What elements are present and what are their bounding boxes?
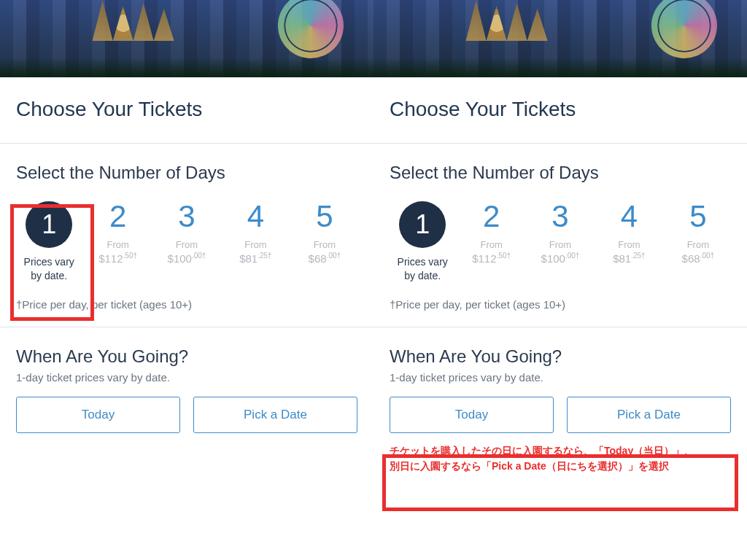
day-price: $81.25† <box>239 252 272 265</box>
day-number: 4 <box>247 201 264 232</box>
when-heading: When Are You Going? <box>390 346 731 367</box>
days-row: 1 Prices varyby date. 2 From $112.50† 3 … <box>390 199 731 285</box>
when-section: When Are You Going? 1-day ticket prices … <box>374 327 747 439</box>
day-number: 1 <box>26 201 72 248</box>
when-subtext: 1-day ticket prices vary by date. <box>390 371 731 384</box>
day-option-3[interactable]: 3 From $100.00† <box>154 199 220 267</box>
from-label: From <box>480 239 502 250</box>
day-1-note: Prices varyby date. <box>398 255 448 283</box>
day-option-3[interactable]: 3 From $100.00† <box>527 199 593 267</box>
day-number: 5 <box>689 201 706 232</box>
day-number: 2 <box>483 201 500 232</box>
day-number: 3 <box>551 201 568 232</box>
day-price: $112.50† <box>472 252 511 265</box>
from-label: From <box>314 239 336 250</box>
hero-image <box>0 0 374 77</box>
page-title: Choose Your Tickets <box>0 77 374 143</box>
day-option-5[interactable]: 5 From $68.00† <box>292 199 357 267</box>
day-option-1[interactable]: 1 Prices varyby date. <box>390 199 455 285</box>
day-number: 5 <box>316 201 333 232</box>
day-price: $81.25† <box>613 252 646 265</box>
screenshot-right: Choose Your Tickets Select the Number of… <box>374 0 747 560</box>
today-button[interactable]: Today <box>16 397 180 433</box>
from-label: From <box>618 239 640 250</box>
day-price: $112.50† <box>98 252 137 265</box>
day-price: $100.00† <box>168 252 206 265</box>
day-option-1[interactable]: 1 Prices varyby date. <box>16 199 82 285</box>
from-label: From <box>107 239 128 250</box>
pick-date-button[interactable]: Pick a Date <box>567 397 731 433</box>
price-footnote: †Price per day, per ticket (ages 10+) <box>16 298 357 311</box>
day-price: $68.00† <box>309 252 341 265</box>
day-option-4[interactable]: 4 From $81.25† <box>222 199 288 267</box>
day-number: 1 <box>399 201 446 248</box>
day-number: 3 <box>178 201 195 232</box>
day-option-2[interactable]: 2 From $112.50† <box>458 199 524 267</box>
day-1-note: Prices varyby date. <box>24 255 74 283</box>
from-label: From <box>244 239 266 250</box>
today-button[interactable]: Today <box>390 397 554 433</box>
annotation-caption: チケットを購入したその日に入園するなら、「Today（当日）」、別日に入園するな… <box>374 439 747 474</box>
days-row: 1 Prices varyby date. 2 From $112.50† 3 … <box>16 199 357 285</box>
when-heading: When Are You Going? <box>16 346 357 367</box>
from-label: From <box>549 239 571 250</box>
page-title: Choose Your Tickets <box>374 77 747 143</box>
pick-date-button[interactable]: Pick a Date <box>193 397 357 433</box>
select-days-section: Select the Number of Days 1 Prices varyb… <box>0 144 374 327</box>
select-days-heading: Select the Number of Days <box>390 163 731 183</box>
day-number: 4 <box>621 201 638 232</box>
day-option-4[interactable]: 4 From $81.25† <box>596 199 662 267</box>
when-section: When Are You Going? 1-day ticket prices … <box>0 327 374 454</box>
day-option-5[interactable]: 5 From $68.00† <box>665 199 731 267</box>
when-subtext: 1-day ticket prices vary by date. <box>16 371 357 384</box>
select-days-section: Select the Number of Days 1 Prices varyb… <box>374 144 747 327</box>
day-price: $68.00† <box>682 252 715 265</box>
from-label: From <box>176 239 198 250</box>
date-button-row: Today Pick a Date <box>390 397 731 433</box>
day-option-2[interactable]: 2 From $112.50† <box>85 199 150 267</box>
day-number: 2 <box>109 201 126 232</box>
screenshot-left: Choose Your Tickets Select the Number of… <box>0 0 374 560</box>
day-price: $100.00† <box>541 252 580 265</box>
date-button-row: Today Pick a Date <box>16 397 357 433</box>
select-days-heading: Select the Number of Days <box>16 163 357 183</box>
price-footnote: †Price per day, per ticket (ages 10+) <box>390 298 731 311</box>
from-label: From <box>687 239 709 250</box>
hero-image <box>374 0 747 77</box>
